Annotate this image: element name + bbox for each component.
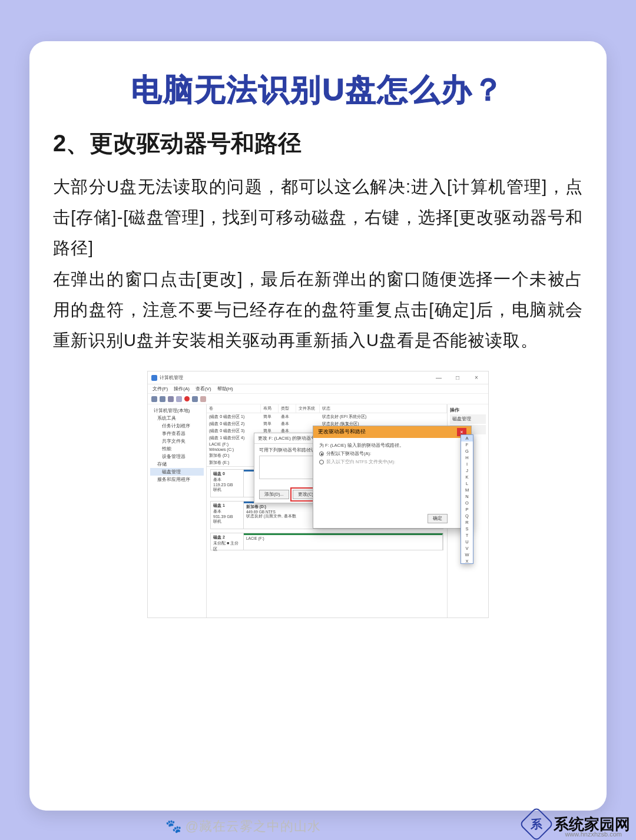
main-title: 电脑无法识别U盘怎么办？ xyxy=(53,69,583,111)
radio-assign-letter[interactable]: 分配以下驱动器号(A): xyxy=(319,451,465,457)
window-titlebar: 计算机管理 — □ × xyxy=(148,371,488,384)
menu-bar: 文件(F) 操作(A) 查看(V) 帮助(H) xyxy=(148,384,488,394)
site-logo-icon: 系 xyxy=(519,806,554,840)
menu-help[interactable]: 帮助(H) xyxy=(217,386,233,392)
body-paragraph: 大部分U盘无法读取的问题，都可以这么解决:进入[计算机管理]，点击[存储]-[磁… xyxy=(53,171,583,356)
disk-label: 磁盘 0 基本 119.23 GB 联机 xyxy=(211,470,244,497)
toolbar-icon[interactable] xyxy=(151,396,157,402)
dropdown-option[interactable]: G xyxy=(461,448,473,454)
tree-item[interactable]: 性能 xyxy=(150,445,204,453)
dropdown-option[interactable]: S xyxy=(461,526,473,532)
site-name: 系统家园网 xyxy=(554,815,630,833)
tree-item[interactable]: 事件查看器 xyxy=(150,430,204,437)
col-header: 类型 xyxy=(279,404,296,413)
close-icon[interactable]: × xyxy=(468,374,485,382)
toolbar-icon[interactable] xyxy=(192,396,198,402)
watermark-author: 🐾 @藏在云雾之中的山水 xyxy=(165,818,321,835)
dropdown-option[interactable]: T xyxy=(461,532,473,539)
dropdown-option[interactable]: F xyxy=(461,441,473,448)
actions-header: 操作 xyxy=(450,407,486,413)
partition[interactable]: LACIE (F:) xyxy=(244,533,443,550)
app-icon xyxy=(151,375,157,381)
volume-list-header: 卷 布局 类型 文件系统 状态 xyxy=(207,404,447,413)
toolbar-icon[interactable] xyxy=(176,396,182,402)
dropdown-option[interactable]: P xyxy=(461,506,473,513)
col-header: 状态 xyxy=(320,404,447,413)
radio-mount-folder[interactable]: 装入以下空白 NTFS 文件夹中(M): xyxy=(319,459,465,465)
dropdown-option[interactable]: N xyxy=(461,493,473,500)
disk-row: 磁盘 2 未分配 ■ 主分区 LACIE (F:) xyxy=(210,533,443,550)
radio-icon xyxy=(319,460,324,464)
tree-item[interactable]: 存储 xyxy=(150,460,204,468)
toolbar-icon[interactable] xyxy=(184,396,190,401)
site-url: www.hnzxhzsb.com xyxy=(565,831,622,838)
tool-bar xyxy=(148,394,488,404)
actions-item[interactable]: 磁盘管理 xyxy=(450,414,486,424)
tree-item[interactable]: 服务和应用程序 xyxy=(150,476,204,483)
radio-icon xyxy=(319,451,324,456)
dropdown-option[interactable]: U xyxy=(461,539,473,545)
dialog-text: 为 F: (LACIE) 输入新的驱动器号或路径。 xyxy=(319,443,465,449)
tree-item-selected[interactable]: 磁盘管理 xyxy=(150,468,204,476)
minimize-icon[interactable]: — xyxy=(430,374,447,382)
tree-item[interactable]: 共享文件夹 xyxy=(150,437,204,445)
menu-view[interactable]: 查看(V) xyxy=(196,386,211,392)
maximize-icon[interactable]: □ xyxy=(449,374,466,382)
watermark-site: 系 系统家园网 www.hnzxhzsb.com xyxy=(524,812,630,836)
dropdown-option[interactable]: H xyxy=(461,454,473,461)
dropdown-option[interactable]: J xyxy=(461,467,473,474)
menu-file[interactable]: 文件(F) xyxy=(153,386,168,392)
menu-action[interactable]: 操作(A) xyxy=(174,386,190,392)
volume-row[interactable]: (磁盘 0 磁盘分区 1)简单基本状态良好 (EFI 系统分区) xyxy=(207,413,447,420)
dropdown-option[interactable]: M xyxy=(461,487,473,493)
main-pane: 卷 布局 类型 文件系统 状态 (磁盘 0 磁盘分区 1)简单基本状态良好 (E… xyxy=(207,404,447,617)
content-card: 电脑无法识别U盘怎么办？ 2、更改驱动器号和路径 大部分U盘无法读取的问题，都可… xyxy=(29,41,607,811)
add-button[interactable]: 添加(D)... xyxy=(259,490,289,499)
tree-item[interactable]: 任务计划程序 xyxy=(150,422,204,430)
dialog-assign-letter: 更改驱动器号和路径 × 为 F: (LACIE) 输入新的驱动器号或路径。 分配… xyxy=(313,426,472,529)
dropdown-option[interactable]: W xyxy=(461,552,473,558)
tree-item[interactable]: 设备管理器 xyxy=(150,453,204,460)
dropdown-option[interactable]: O xyxy=(461,500,473,506)
toolbar-icon[interactable] xyxy=(168,396,174,402)
window-title: 计算机管理 xyxy=(160,374,183,381)
tree-item[interactable]: 系统工具 xyxy=(150,414,204,422)
ok-button[interactable]: 确定 xyxy=(428,514,448,523)
tree-root[interactable]: 计算机管理(本地) xyxy=(150,407,204,414)
dropdown-option[interactable]: X xyxy=(461,558,473,564)
dropdown-option[interactable]: V xyxy=(461,545,473,552)
toolbar-icon[interactable] xyxy=(160,396,165,402)
col-header: 文件系统 xyxy=(296,404,320,413)
dropdown-option[interactable]: R xyxy=(461,519,473,526)
dropdown-option[interactable]: I xyxy=(461,461,473,467)
dialog-title: 更改驱动器号和路径 × xyxy=(313,426,471,438)
col-header: 卷 xyxy=(207,404,261,413)
nav-tree: 计算机管理(本地) 系统工具 任务计划程序 事件查看器 共享文件夹 性能 设备管… xyxy=(148,404,207,617)
dropdown-option[interactable]: A xyxy=(461,435,473,441)
drive-letter-dropdown[interactable]: AFGHIJKLMNOPQRSTUVWXYZ xyxy=(461,434,473,564)
col-header: 布局 xyxy=(261,404,279,413)
paw-icon: 🐾 xyxy=(165,819,182,834)
disk-label: 磁盘 2 未分配 ■ 主分区 xyxy=(211,533,244,550)
dropdown-option[interactable]: K xyxy=(461,474,473,480)
section-title: 2、更改驱动器号和路径 xyxy=(53,127,583,160)
embedded-screenshot: 计算机管理 — □ × 文件(F) 操作(A) 查看(V) 帮助(H) 计算机管… xyxy=(147,371,489,618)
disk-label: 磁盘 1 基本 931.39 GB 联机 xyxy=(211,502,244,529)
dropdown-option[interactable]: Q xyxy=(461,513,473,519)
dropdown-option[interactable]: L xyxy=(461,480,473,487)
toolbar-icon[interactable] xyxy=(200,396,206,402)
